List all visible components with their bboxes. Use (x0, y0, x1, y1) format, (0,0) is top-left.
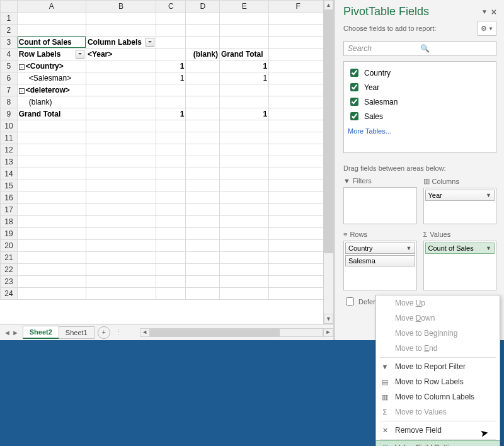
row-header[interactable]: 3 (1, 37, 18, 49)
more-tables-link[interactable]: More Tables... (348, 123, 492, 135)
cell-E5[interactable]: 1 (220, 60, 269, 72)
columns-icon: ▥ (380, 393, 390, 401)
field-country[interactable]: Country (348, 66, 492, 80)
menu-move-column-labels[interactable]: ▥Move to Column Labels (376, 389, 500, 404)
row-header[interactable]: 11 (1, 132, 18, 144)
row-header[interactable]: 2 (1, 25, 18, 37)
row-header[interactable]: 10 (1, 120, 18, 132)
pill-salesman[interactable]: Salesma (345, 255, 415, 266)
cell-A7[interactable]: -<deleterow> (17, 84, 86, 96)
cell-E9[interactable]: 1 (220, 108, 269, 120)
col-header-A[interactable]: A (17, 1, 86, 13)
sheet-tab-sheet1[interactable]: Sheet1 (59, 326, 94, 339)
row-header[interactable]: 19 (1, 228, 18, 240)
cell-A3[interactable]: Count of Sales (17, 37, 86, 49)
collapse-icon[interactable]: - (19, 64, 25, 70)
horizontal-scrollbar[interactable]: ◄ ► (140, 328, 333, 338)
field-sales[interactable]: Sales (348, 109, 492, 123)
field-checkbox[interactable] (350, 112, 358, 120)
chevron-down-icon[interactable]: ▼ (406, 245, 412, 251)
vertical-scrollbar[interactable]: ▲ ▼ (323, 0, 333, 324)
search-input[interactable]: Search 🔍 (343, 41, 496, 56)
cell-A5[interactable]: -<Country> (17, 60, 86, 72)
row-header[interactable]: 1 (1, 13, 18, 25)
select-all-corner[interactable] (1, 1, 18, 13)
search-placeholder: Search (348, 44, 420, 53)
pill-count-of-sales[interactable]: Count of Sales▼ (425, 243, 495, 254)
row-header[interactable]: 16 (1, 192, 18, 204)
row-header[interactable]: 17 (1, 204, 18, 216)
row-header[interactable]: 18 (1, 216, 18, 228)
chevron-down-icon[interactable]: ▼ (486, 192, 491, 198)
cell-B3[interactable]: Column Labels (86, 37, 156, 49)
cell-D4[interactable]: (blank) (186, 49, 220, 60)
field-list[interactable]: Country Year Salesman Sales More Tables.… (343, 61, 496, 153)
row-header[interactable]: 22 (1, 264, 18, 276)
pane-menu-icon[interactable]: ▼ (481, 8, 488, 15)
menu-separator (380, 439, 496, 440)
row-header[interactable]: 24 (1, 288, 18, 300)
cell-A6[interactable]: <Salesman> (17, 72, 86, 84)
row-header[interactable]: 13 (1, 156, 18, 168)
row-header[interactable]: 5 (1, 60, 18, 72)
close-icon[interactable]: × (491, 7, 496, 17)
col-header-B[interactable]: B (86, 1, 156, 13)
add-sheet-button[interactable]: + (98, 326, 110, 339)
scroll-up-icon[interactable]: ▲ (324, 0, 333, 10)
cell-A1[interactable] (17, 13, 86, 25)
row-header[interactable]: 21 (1, 252, 18, 264)
field-checkbox[interactable] (350, 69, 358, 77)
menu-move-row-labels[interactable]: ▤Move to Row Labels (376, 374, 500, 389)
field-checkbox[interactable] (350, 98, 358, 106)
sheet-tab-sheet2[interactable]: Sheet2 (23, 326, 59, 339)
menu-move-report-filter[interactable]: ▼Move to Report Filter (376, 359, 500, 374)
col-header-D[interactable]: D (186, 1, 220, 13)
cell-B4[interactable]: <Year> (86, 49, 156, 60)
field-salesman[interactable]: Salesman (348, 94, 492, 109)
col-header-C[interactable]: C (156, 1, 186, 13)
tab-nav-next-icon[interactable]: ► (12, 329, 19, 336)
row-header[interactable]: 6 (1, 72, 18, 84)
row-header[interactable]: 20 (1, 240, 18, 252)
cell-E4[interactable]: Grand Total (220, 49, 269, 60)
row-header[interactable]: 7 (1, 84, 18, 96)
cell-C6[interactable]: 1 (156, 72, 186, 84)
row-header[interactable]: 12 (1, 144, 18, 156)
cell-C9[interactable]: 1 (156, 108, 186, 120)
row-header[interactable]: 8 (1, 96, 18, 108)
filters-dropzone[interactable] (343, 187, 417, 224)
scroll-down-icon[interactable]: ▼ (324, 314, 333, 324)
columns-dropzone[interactable]: Year▼ (423, 188, 497, 224)
menu-value-field-settings[interactable]: ⓘValue Field Settings... (375, 440, 500, 446)
field-year[interactable]: Year (348, 80, 492, 94)
pill-year[interactable]: Year▼ (425, 190, 495, 201)
values-dropzone[interactable]: Count of Sales▼ (423, 241, 497, 290)
row-header[interactable]: 23 (1, 276, 18, 288)
scroll-left-icon[interactable]: ◄ (140, 328, 150, 337)
grid-table[interactable]: A B C D E F 1 2 3 Count of (0, 0, 328, 300)
field-checkbox[interactable] (350, 83, 358, 91)
scroll-right-icon[interactable]: ► (323, 328, 333, 337)
value-field-context-menu: Move Up Move Down Move to Beginning Move… (375, 295, 500, 446)
col-header-F[interactable]: F (269, 1, 328, 13)
cell-E6[interactable]: 1 (220, 72, 269, 84)
rows-dropzone[interactable]: Country▼ Salesma (343, 241, 417, 290)
row-header[interactable]: 15 (1, 180, 18, 192)
chevron-down-icon[interactable]: ▼ (486, 245, 491, 251)
defer-layout-checkbox[interactable] (346, 297, 354, 306)
row-header[interactable]: 4 (1, 49, 18, 60)
cell-A9[interactable]: Grand Total (17, 108, 86, 120)
dropdown-icon[interactable] (146, 38, 154, 47)
row-header[interactable]: 14 (1, 168, 18, 180)
cell-A8[interactable]: (blank) (17, 96, 86, 108)
field-list-options-button[interactable]: ⚙▼ (478, 21, 496, 36)
remove-icon: ✕ (380, 426, 390, 435)
dropdown-icon[interactable] (76, 50, 84, 59)
pill-country[interactable]: Country▼ (345, 243, 415, 254)
tab-nav-prev-icon[interactable]: ◄ (4, 329, 11, 336)
col-header-E[interactable]: E (220, 1, 269, 13)
cell-C5[interactable]: 1 (156, 60, 186, 72)
row-header[interactable]: 9 (1, 108, 18, 120)
cell-A4[interactable]: Row Labels (17, 49, 86, 60)
collapse-icon[interactable]: - (19, 88, 25, 94)
